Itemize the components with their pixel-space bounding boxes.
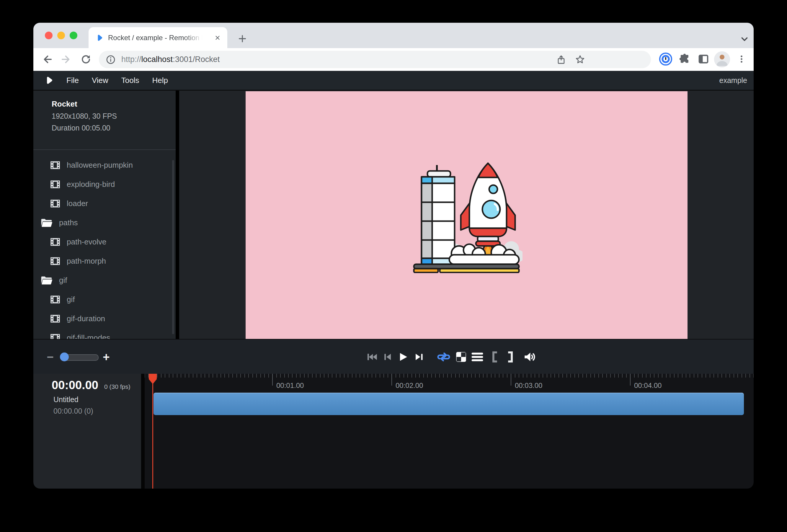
site-info-icon[interactable] — [105, 54, 116, 65]
tab-search-chevron-icon[interactable] — [740, 34, 750, 45]
macos-minimize-button[interactable] — [57, 31, 65, 39]
timeline-section: 00:00.00 0 (30 fps) Untitled 00:00.00 (0… — [34, 374, 753, 489]
forward-button[interactable] — [59, 52, 74, 67]
out-point-bracket-icon[interactable] — [502, 348, 519, 366]
onepassword-extension-icon[interactable] — [658, 51, 674, 67]
composition-label: gif-duration — [67, 314, 105, 323]
timeline-left-panel: 00:00.00 0 (30 fps) Untitled 00:00.00 (0… — [34, 374, 141, 489]
skip-to-end-icon[interactable] — [410, 348, 428, 366]
menu-item-help[interactable]: Help — [152, 76, 168, 85]
rocket-illustration — [410, 157, 523, 273]
composition-row[interactable]: exploding-bird — [34, 175, 176, 194]
composition-row[interactable]: gif — [34, 290, 176, 309]
open-folder-icon — [41, 218, 52, 228]
folder-row[interactable]: gif — [34, 271, 176, 290]
ruler-second-label: 00:01.00 — [276, 381, 304, 390]
menubar-items: FileViewToolsHelp — [54, 76, 168, 85]
composition-duration: Duration 00:05.00 — [52, 124, 117, 132]
browser-toolbar: http://localhost:3001/Rocket — [34, 48, 753, 71]
previous-frame-icon[interactable] — [379, 348, 396, 366]
playhead-line — [152, 374, 153, 489]
open-folder-icon — [41, 276, 52, 285]
transparency-checkerboard-icon[interactable] — [452, 348, 470, 366]
in-point-bracket-icon[interactable] — [486, 348, 504, 366]
current-time-display: 00:00.00 — [52, 379, 98, 392]
composition-row[interactable]: path-evolve — [34, 232, 176, 252]
video-canvas[interactable] — [246, 91, 687, 339]
remotion-favicon-icon — [95, 34, 103, 42]
remotion-logo-icon[interactable] — [45, 76, 54, 85]
composition-name: Rocket — [52, 100, 117, 109]
current-frame-display: 0 (30 fps) — [104, 383, 130, 390]
browser-menu-dots-icon[interactable] — [733, 51, 749, 67]
ruler-second-label: 00:04.00 — [634, 381, 662, 390]
back-button[interactable] — [39, 52, 55, 67]
skip-to-start-icon[interactable] — [363, 348, 381, 366]
composition-label: loader — [67, 199, 88, 208]
reload-button[interactable] — [78, 52, 93, 67]
track-time: 00:00.00 (0) — [54, 407, 93, 416]
side-panel-icon[interactable] — [696, 51, 711, 67]
project-name-label: example — [719, 71, 747, 90]
tab-title: Rocket / example - Remotion P — [108, 34, 206, 42]
composition-resolution: 1920x1080, 30 FPS — [52, 112, 117, 121]
composition-row[interactable]: path-morph — [34, 252, 176, 271]
macos-zoom-button[interactable] — [70, 31, 77, 39]
folder-row[interactable]: paths — [34, 213, 176, 232]
film-icon — [50, 238, 60, 246]
film-icon — [50, 314, 60, 323]
ruler-second-label: 00:02.00 — [396, 381, 423, 390]
extensions-puzzle-icon[interactable] — [677, 51, 693, 67]
ruler-second-tick — [511, 374, 511, 386]
composition-row[interactable]: gif-duration — [34, 309, 176, 328]
bookmark-star-icon[interactable] — [572, 51, 588, 68]
menu-item-tools[interactable]: Tools — [121, 76, 139, 85]
macos-close-button[interactable] — [45, 31, 52, 39]
play-icon[interactable] — [394, 348, 412, 366]
folder-label: paths — [59, 218, 78, 227]
share-icon[interactable] — [553, 51, 569, 68]
compositions-sidebar: Rocket 1920x1080, 30 FPS Duration 00:05.… — [34, 91, 176, 339]
ruler-second-tick — [272, 374, 273, 386]
url-text: http://localhost:3001/Rocket — [121, 55, 220, 64]
timeline-track-bar[interactable] — [153, 393, 744, 415]
timeline-zoom-out-button[interactable]: − — [41, 348, 59, 366]
browser-tab[interactable]: Rocket / example - Remotion P — [89, 27, 227, 48]
film-icon — [50, 295, 60, 304]
zoom-slider-thumb[interactable] — [60, 353, 69, 361]
timeline-zoom-slider[interactable] — [61, 354, 99, 361]
composition-row[interactable]: halloween-pumpkin — [34, 155, 176, 175]
volume-icon[interactable] — [521, 348, 539, 366]
ruler-second-tick — [630, 374, 631, 386]
composition-list: halloween-pumpkin exploding-bird loader … — [34, 155, 176, 347]
composition-info: Rocket 1920x1080, 30 FPS Duration 00:05.… — [52, 100, 117, 132]
sidebar-scrollbar[interactable] — [172, 160, 174, 334]
track-name: Untitled — [54, 395, 79, 404]
playback-controls-bar: − + Fit 1x — [34, 339, 753, 374]
menu-item-view[interactable]: View — [92, 76, 108, 85]
new-tab-button[interactable] — [237, 34, 248, 44]
composition-label: gif — [67, 295, 75, 304]
menu-item-file[interactable]: File — [66, 76, 79, 85]
timeline-zoom-in-button[interactable]: + — [98, 348, 115, 366]
ruler-second-label: 00:03.00 — [515, 381, 542, 390]
composition-label: path-morph — [67, 257, 106, 266]
ruler-second-tick — [391, 374, 392, 386]
film-icon — [50, 161, 60, 169]
composition-label: exploding-bird — [67, 180, 115, 189]
main-area: Rocket 1920x1080, 30 FPS Duration 00:05.… — [34, 91, 753, 339]
composition-label: path-evolve — [67, 237, 106, 247]
sidebar-divider — [34, 149, 176, 150]
loop-icon[interactable] — [435, 348, 452, 366]
remotion-menubar: FileViewToolsHelp example — [34, 71, 753, 91]
browser-window: Rocket / example - Remotion P — [34, 23, 753, 489]
tab-strip: Rocket / example - Remotion P — [34, 23, 753, 48]
timeline-rows-icon[interactable] — [468, 348, 486, 366]
composition-label: halloween-pumpkin — [67, 161, 133, 170]
timeline-track-area[interactable]: 00:01.0000:02.0000:03.0000:04.00 — [145, 374, 753, 489]
timeline-ruler[interactable]: 00:01.0000:02.0000:03.0000:04.00 — [145, 374, 753, 391]
composition-row[interactable]: loader — [34, 194, 176, 213]
profile-avatar[interactable] — [714, 51, 730, 67]
tab-close-icon[interactable] — [213, 34, 222, 42]
preview-area — [179, 91, 753, 339]
